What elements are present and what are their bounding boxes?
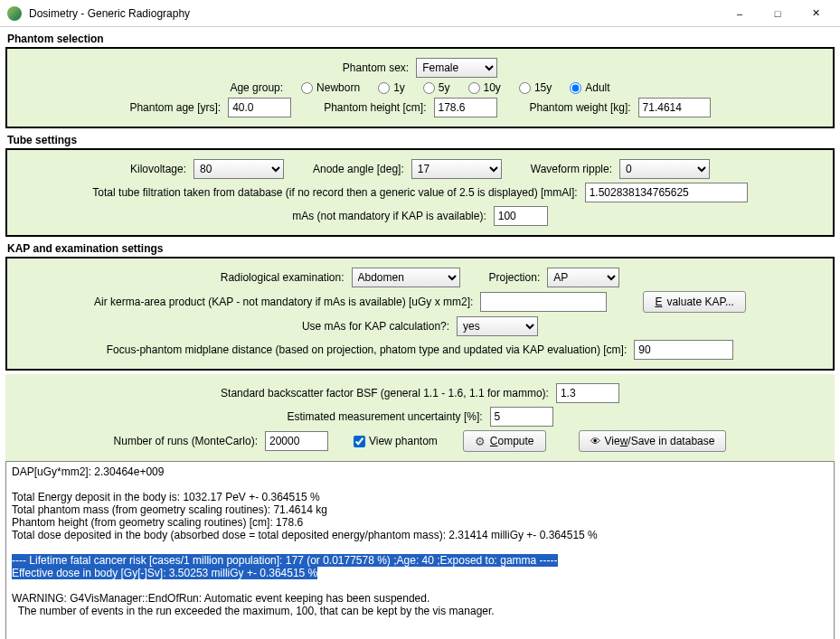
- phantom-age-label: Phantom age [yrs]:: [129, 101, 221, 114]
- runs-input[interactable]: [265, 431, 328, 451]
- age-1y-radio[interactable]: 1y: [367, 81, 405, 94]
- output-textarea[interactable]: DAP[uGy*mm2]: 2.30464e+009 Total Energy …: [6, 462, 824, 639]
- anode-label: Anode angle [deg]:: [313, 163, 404, 175]
- tube-heading: Tube settings: [5, 132, 835, 148]
- close-button[interactable]: ✕: [797, 3, 835, 24]
- phantom-weight-input[interactable]: [638, 98, 711, 117]
- eye-icon: [590, 435, 600, 447]
- bsf-label: Standard backscatter factor BSF (general…: [221, 387, 549, 399]
- phantom-height-input[interactable]: [434, 98, 497, 117]
- fpd-label: Focus-phantom midplane distance (based o…: [107, 343, 627, 356]
- filtration-label: Total tube filtration taken from databas…: [92, 186, 577, 199]
- kap-heading: KAP and examination settings: [5, 240, 835, 257]
- age-adult-radio[interactable]: Adult: [559, 81, 609, 94]
- unc-input[interactable]: [490, 407, 553, 427]
- phantom-sex-label: Phantom sex:: [343, 61, 409, 74]
- phantom-weight-label: Phantom weight [kg]:: [530, 101, 631, 114]
- unc-label: Estimated measurement uncertainty [%]:: [287, 410, 482, 423]
- phantom-age-input[interactable]: [228, 98, 291, 117]
- age-5y-radio[interactable]: 5y: [412, 81, 450, 94]
- use-mas-select[interactable]: yes: [457, 316, 538, 336]
- ripple-select[interactable]: 0: [619, 159, 710, 179]
- fpd-input[interactable]: [634, 340, 733, 360]
- phantom-sex-select[interactable]: Female: [416, 58, 497, 78]
- age-group-label: Age group:: [230, 81, 283, 94]
- filtration-input[interactable]: [585, 183, 748, 202]
- gear-icon: [475, 435, 486, 448]
- runs-label: Number of runs (MonteCarlo):: [114, 435, 258, 447]
- exam-select[interactable]: Abdomen: [352, 268, 460, 287]
- phantom-heading: Phantom selection: [5, 31, 835, 47]
- exam-label: Radiological examination:: [221, 271, 344, 284]
- maximize-button[interactable]: □: [759, 3, 797, 24]
- bsf-input[interactable]: [556, 383, 619, 403]
- proj-label: Projection:: [489, 271, 541, 284]
- minimize-button[interactable]: –: [721, 3, 759, 24]
- proj-select[interactable]: AP: [547, 268, 619, 287]
- phantom-height-label: Phantom height [cm]:: [324, 101, 426, 114]
- use-mas-label: Use mAs for KAP calculation?:: [302, 320, 449, 333]
- view-save-db-button[interactable]: View/Save in database: [579, 430, 727, 452]
- app-icon: [7, 6, 22, 21]
- ripple-label: Waveform ripple:: [531, 163, 612, 175]
- view-phantom-checkbox[interactable]: View phantom: [354, 435, 438, 447]
- kv-label: Kilovoltage:: [130, 163, 186, 175]
- age-10y-radio[interactable]: 10y: [458, 81, 501, 94]
- mas-input[interactable]: [494, 206, 548, 226]
- evaluate-kap-button[interactable]: Evaluate KAP...: [643, 291, 746, 313]
- window-title: Dosimetry - Generic Radiography: [29, 7, 721, 20]
- kap-input[interactable]: [480, 292, 607, 312]
- age-newborn-radio[interactable]: Newborn: [290, 81, 360, 94]
- kap-label: Air kerma-area product (KAP - not mandat…: [94, 296, 473, 308]
- anode-select[interactable]: 17: [411, 159, 502, 179]
- age-15y-radio[interactable]: 15y: [508, 81, 552, 94]
- compute-button[interactable]: Compute: [463, 430, 546, 452]
- kv-select[interactable]: 80: [193, 159, 284, 179]
- mas-label: mAs (not mandatory if KAP is available):: [292, 210, 486, 222]
